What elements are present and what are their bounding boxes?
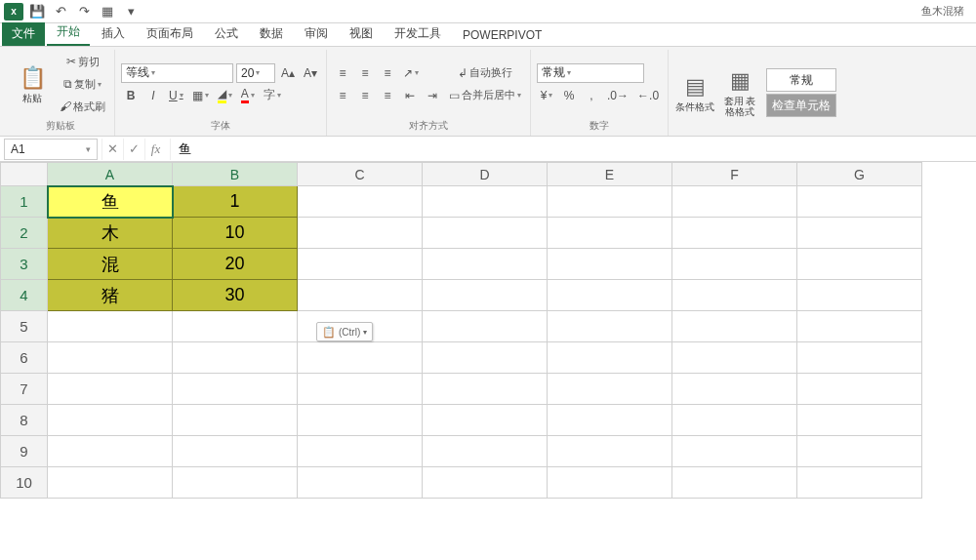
indent-decrease-icon[interactable]: ⇤ bbox=[400, 86, 420, 105]
tab-view[interactable]: 视图 bbox=[340, 22, 383, 46]
tab-home[interactable]: 开始 bbox=[47, 20, 90, 46]
cell-style-check[interactable]: 检查单元格 bbox=[766, 94, 836, 117]
decrease-decimal-button[interactable]: ←.0 bbox=[634, 86, 662, 105]
cell-G9[interactable] bbox=[797, 436, 922, 467]
col-header-G[interactable]: G bbox=[797, 163, 922, 186]
cell-E2[interactable] bbox=[548, 218, 672, 249]
cell-C8[interactable] bbox=[298, 405, 423, 436]
cell-A9[interactable] bbox=[48, 436, 173, 467]
cell-E7[interactable] bbox=[548, 374, 672, 405]
cell-G7[interactable] bbox=[797, 374, 922, 405]
tab-developer[interactable]: 开发工具 bbox=[385, 22, 451, 46]
align-left-icon[interactable]: ≡ bbox=[333, 86, 352, 105]
spreadsheet-grid[interactable]: A B C D E F G 1 鱼 1 2 木 10 3 混 20 4 猪 bbox=[0, 162, 976, 560]
cell-G2[interactable] bbox=[797, 218, 922, 249]
indent-increase-icon[interactable]: ⇥ bbox=[423, 86, 442, 105]
cell-D1[interactable] bbox=[423, 186, 548, 218]
tab-data[interactable]: 数据 bbox=[250, 22, 293, 46]
cell-E3[interactable] bbox=[548, 249, 672, 280]
cell-E4[interactable] bbox=[548, 280, 672, 311]
cell-F10[interactable] bbox=[672, 467, 797, 499]
cell-E10[interactable] bbox=[548, 467, 672, 499]
cell-B3[interactable]: 20 bbox=[173, 249, 298, 280]
row-header-8[interactable]: 8 bbox=[1, 405, 48, 436]
redo-icon[interactable]: ↷ bbox=[74, 2, 94, 21]
cell-D8[interactable] bbox=[423, 405, 548, 436]
row-header-9[interactable]: 9 bbox=[1, 436, 48, 467]
cell-E8[interactable] bbox=[548, 405, 672, 436]
cell-D10[interactable] bbox=[423, 467, 548, 499]
cell-A3[interactable]: 混 bbox=[48, 249, 173, 280]
cell-F8[interactable] bbox=[672, 405, 797, 436]
cell-C9[interactable] bbox=[298, 436, 423, 467]
col-header-D[interactable]: D bbox=[423, 163, 548, 186]
align-middle-icon[interactable]: ≡ bbox=[355, 63, 375, 83]
cell-C2[interactable] bbox=[298, 218, 423, 249]
save-icon[interactable]: 💾 bbox=[27, 2, 47, 21]
cell-B9[interactable] bbox=[173, 436, 298, 467]
cell-D5[interactable] bbox=[423, 311, 548, 342]
cell-A1[interactable]: 鱼 bbox=[48, 186, 173, 218]
copy-button[interactable]: ⧉复制 bbox=[57, 74, 108, 94]
conditional-format-button[interactable]: ▤ 条件格式 bbox=[674, 59, 715, 127]
font-color-button[interactable]: A bbox=[238, 86, 258, 105]
cell-B7[interactable] bbox=[173, 374, 298, 405]
row-header-3[interactable]: 3 bbox=[1, 249, 48, 280]
row-header-2[interactable]: 2 bbox=[1, 218, 48, 249]
cell-C4[interactable] bbox=[298, 280, 423, 311]
cell-C3[interactable] bbox=[298, 249, 423, 280]
cell-A8[interactable] bbox=[48, 405, 173, 436]
qat-more-icon[interactable]: ▾ bbox=[121, 2, 141, 21]
cell-F7[interactable] bbox=[672, 374, 797, 405]
cell-C1[interactable] bbox=[298, 186, 423, 218]
row-header-7[interactable]: 7 bbox=[1, 374, 48, 405]
align-center-icon[interactable]: ≡ bbox=[355, 86, 375, 105]
increase-decimal-button[interactable]: .0→ bbox=[604, 86, 631, 105]
orientation-icon[interactable]: ↗ bbox=[400, 63, 422, 83]
percent-button[interactable]: % bbox=[559, 86, 579, 105]
row-header-4[interactable]: 4 bbox=[1, 280, 48, 311]
paste-button[interactable]: 📋 粘贴 bbox=[12, 50, 53, 118]
name-box[interactable]: A1 ▾ bbox=[4, 139, 98, 160]
cut-button[interactable]: ✂剪切 bbox=[57, 52, 108, 71]
formula-input[interactable] bbox=[170, 139, 976, 160]
cell-E5[interactable] bbox=[548, 311, 672, 342]
cell-G6[interactable] bbox=[797, 342, 922, 374]
cell-G1[interactable] bbox=[797, 186, 922, 218]
bold-button[interactable]: B bbox=[121, 86, 141, 105]
decrease-font-icon[interactable]: A▾ bbox=[301, 63, 320, 83]
cell-G8[interactable] bbox=[797, 405, 922, 436]
tab-formulas[interactable]: 公式 bbox=[205, 22, 248, 46]
cell-A2[interactable]: 木 bbox=[48, 218, 173, 249]
cell-style-normal[interactable]: 常规 bbox=[766, 68, 836, 92]
cell-B5[interactable] bbox=[173, 311, 298, 342]
fill-color-button[interactable]: ◢ bbox=[215, 86, 235, 105]
currency-button[interactable]: ¥ bbox=[537, 86, 556, 105]
align-bottom-icon[interactable]: ≡ bbox=[378, 63, 397, 83]
merge-center-button[interactable]: ▭合并后居中 bbox=[446, 86, 524, 105]
cell-D9[interactable] bbox=[423, 436, 548, 467]
format-as-table-button[interactable]: ▦ 套用 表格格式 bbox=[719, 59, 760, 127]
cell-D7[interactable] bbox=[423, 374, 548, 405]
font-size-combo[interactable]: 20 bbox=[236, 63, 275, 83]
cell-F4[interactable] bbox=[672, 280, 797, 311]
cell-E6[interactable] bbox=[548, 342, 672, 374]
cell-G4[interactable] bbox=[797, 280, 922, 311]
cell-B6[interactable] bbox=[173, 342, 298, 374]
cell-F2[interactable] bbox=[672, 218, 797, 249]
number-format-combo[interactable]: 常规 bbox=[537, 63, 644, 83]
confirm-edit-icon[interactable]: ✓ bbox=[123, 139, 144, 160]
tab-powerpivot[interactable]: POWERPIVOT bbox=[453, 25, 551, 46]
underline-button[interactable]: U bbox=[166, 86, 186, 105]
cell-C6[interactable] bbox=[298, 342, 423, 374]
col-header-E[interactable]: E bbox=[548, 163, 672, 186]
col-header-B[interactable]: B bbox=[173, 163, 298, 186]
cell-E1[interactable] bbox=[548, 186, 672, 218]
border-button[interactable]: ▦ bbox=[189, 86, 212, 105]
format-painter-button[interactable]: 🖌格式刷 bbox=[57, 97, 108, 116]
cell-A7[interactable] bbox=[48, 374, 173, 405]
row-header-6[interactable]: 6 bbox=[1, 342, 48, 374]
cell-B8[interactable] bbox=[173, 405, 298, 436]
cell-G10[interactable] bbox=[797, 467, 922, 499]
cell-C10[interactable] bbox=[298, 467, 423, 499]
